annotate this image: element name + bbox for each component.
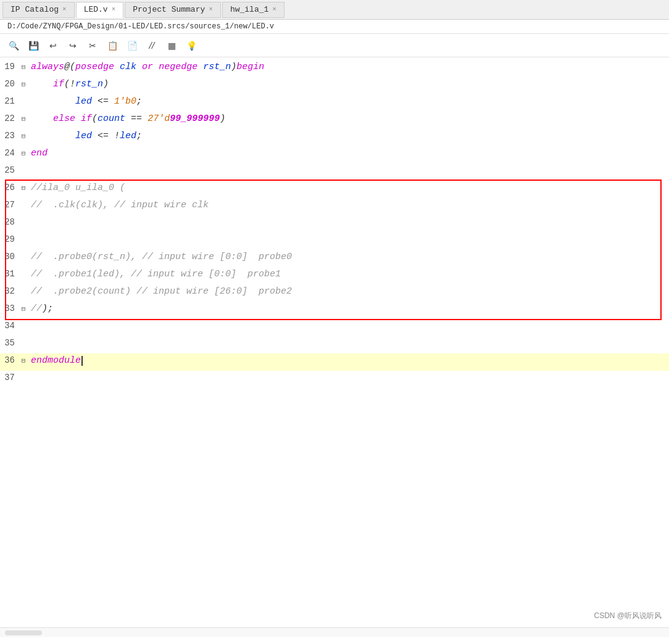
line-num-36: 36 (0, 353, 19, 368)
line-num-37: 37 (0, 371, 19, 385)
code-content-32: // .probe2(count) // input wire [26:0] p… (28, 284, 669, 300)
code-content-20: if(!rst_n) (28, 77, 669, 93)
paste-button[interactable]: 📄 (123, 37, 141, 54)
tab-label-led-v: LED.v (84, 5, 108, 14)
bottom-scrollbar[interactable] (0, 627, 669, 637)
code-content-36: endmodule (28, 353, 669, 369)
code-line-23: 23 ⊟ led <= !led; (0, 129, 669, 146)
comment-button[interactable]: // (143, 37, 160, 54)
code-container[interactable]: 19 ⊟ always@(posedge clk or negedge rst_… (0, 57, 669, 627)
tab-ip-catalog[interactable]: IP Catalog × (2, 2, 75, 18)
fold-26[interactable]: ⊟ (19, 183, 28, 194)
code-line-24: 24 ⊟ end (0, 146, 669, 163)
code-line-27: 27 // .clk(clk), // input wire clk (0, 198, 669, 215)
editor-area: 19 ⊟ always@(posedge clk or negedge rst_… (0, 57, 669, 627)
line-num-19: 19 (0, 60, 19, 74)
code-line-33: 33 ⊟ //); (0, 302, 669, 319)
redo-button[interactable]: ↪ (64, 37, 81, 54)
undo-button[interactable]: ↩ (44, 37, 62, 54)
line-num-26: 26 (0, 181, 19, 195)
code-line-34: 34 (0, 319, 669, 336)
code-content-31: // .probe1(led), // input wire [0:0] pro… (28, 267, 669, 283)
scroll-track[interactable] (5, 630, 42, 635)
tab-close-ip-catalog[interactable]: × (62, 6, 67, 13)
line-num-35: 35 (0, 336, 19, 350)
code-line-25: 25 (0, 163, 669, 181)
line-num-22: 22 (0, 112, 19, 126)
watermark: CSDN @听风说听风 (594, 610, 662, 622)
code-content-26: //ila_0 u_ila_0 ( (28, 181, 669, 196)
line-num-23: 23 (0, 129, 19, 143)
code-line-26: 26 ⊟ //ila_0 u_ila_0 ( (0, 181, 669, 198)
line-num-34: 34 (0, 319, 19, 333)
code-line-32: 32 // .probe2(count) // input wire [26:0… (0, 284, 669, 302)
code-content-23: led <= !led; (28, 129, 669, 144)
tab-label-ip-catalog: IP Catalog (10, 5, 59, 14)
code-content-22: else if(count == 27'd99_999999) (28, 112, 669, 127)
code-line-29: 29 (0, 233, 669, 250)
fold-22[interactable]: ⊟ (19, 114, 28, 125)
code-line-28: 28 (0, 215, 669, 233)
code-line-20: 20 ⊟ if(!rst_n) (0, 77, 669, 94)
search-button[interactable]: 🔍 (5, 37, 22, 54)
code-line-36: 36 ⊟ endmodule (0, 353, 669, 371)
fold-19[interactable]: ⊟ (19, 62, 28, 73)
fold-24[interactable]: ⊟ (19, 148, 28, 159)
code-line-31: 31 // .probe1(led), // input wire [0:0] … (0, 267, 669, 284)
tab-hw-ila-1[interactable]: hw_ila_1 × (222, 2, 285, 18)
code-content-19: always@(posedge clk or negedge rst_n)beg… (28, 60, 669, 75)
code-content-24: end (28, 146, 669, 162)
line-num-31: 31 (0, 267, 19, 281)
line-num-32: 32 (0, 284, 19, 299)
code-line-30: 30 // .probe0(rst_n), // input wire [0:0… (0, 250, 669, 267)
line-num-28: 28 (0, 215, 19, 229)
code-content-27: // .clk(clk), // input wire clk (28, 198, 669, 213)
line-num-21: 21 (0, 94, 19, 109)
line-num-29: 29 (0, 233, 19, 247)
line-num-24: 24 (0, 146, 19, 160)
tab-label-project-summary: Project Summary (133, 5, 205, 14)
copy-button[interactable]: 📋 (104, 37, 121, 54)
code-line-19: 19 ⊟ always@(posedge clk or negedge rst_… (0, 60, 669, 77)
save-button[interactable]: 💾 (25, 37, 42, 54)
fold-23[interactable]: ⊟ (19, 131, 28, 142)
hint-button[interactable]: 💡 (183, 37, 200, 54)
filepath-bar: D:/Code/ZYNQ/FPGA_Design/01-LED/LED.srcs… (0, 20, 669, 34)
line-num-33: 33 (0, 302, 19, 316)
code-content-33: //); (28, 302, 669, 317)
fold-20[interactable]: ⊟ (19, 79, 28, 90)
code-line-21: 21 led <= 1'b0; (0, 94, 669, 112)
filepath-text: D:/Code/ZYNQ/FPGA_Design/01-LED/LED.srcs… (7, 22, 274, 31)
fold-33[interactable]: ⊟ (19, 303, 28, 315)
tab-close-led-v[interactable]: × (112, 6, 116, 13)
code-content-30: // .probe0(rst_n), // input wire [0:0] p… (28, 250, 669, 265)
tab-project-summary[interactable]: Project Summary × (125, 2, 221, 18)
line-num-20: 20 (0, 77, 19, 91)
tab-close-project-summary[interactable]: × (209, 6, 213, 13)
line-num-25: 25 (0, 163, 19, 178)
tab-label-hw-ila-1: hw_ila_1 (230, 5, 268, 14)
line-num-27: 27 (0, 198, 19, 212)
toolbar: 🔍 💾 ↩ ↪ ✂ 📋 📄 // ▦ 💡 (0, 34, 669, 57)
code-line-35: 35 (0, 336, 669, 353)
line-num-30: 30 (0, 250, 19, 264)
tab-bar: IP Catalog × LED.v × Project Summary × h… (0, 0, 669, 20)
cut-button[interactable]: ✂ (84, 37, 101, 54)
tab-close-hw-ila-1[interactable]: × (272, 6, 276, 13)
grid-button[interactable]: ▦ (163, 37, 180, 54)
fold-36[interactable]: ⊟ (19, 355, 28, 366)
tab-led-v[interactable]: LED.v × (76, 2, 124, 18)
code-line-22: 22 ⊟ else if(count == 27'd99_999999) (0, 112, 669, 129)
code-line-37: 37 (0, 371, 669, 388)
code-content-21: led <= 1'b0; (28, 94, 669, 110)
